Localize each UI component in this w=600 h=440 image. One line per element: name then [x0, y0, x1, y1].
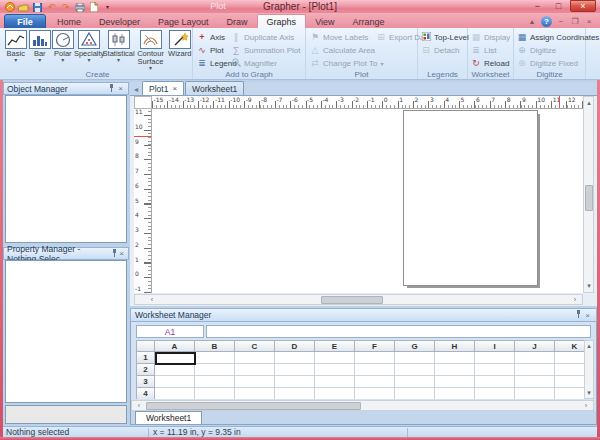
calculate-area-button[interactable]: △ Calculate Area [310, 44, 375, 56]
tab-scroll-left-icon[interactable]: ◂ [130, 83, 142, 95]
reload-button[interactable]: ↻ Reload [471, 57, 509, 69]
specialty-button[interactable]: Specialty ▾ [75, 30, 104, 63]
column-header-H[interactable]: H [435, 340, 475, 352]
column-header-E[interactable]: E [315, 340, 355, 352]
scrollbar-thumb[interactable] [585, 185, 593, 211]
column-header-G[interactable]: G [395, 340, 435, 352]
list-button[interactable]: ≣ List [471, 44, 496, 56]
tab-home[interactable]: Home [48, 14, 90, 29]
close-icon[interactable]: × [116, 84, 125, 93]
document-tab-plot1[interactable]: Plot1 × [142, 81, 184, 95]
magnifier-button[interactable]: Magnifier [231, 57, 277, 69]
scroll-down-icon[interactable]: ▾ [584, 281, 594, 291]
statistical-button[interactable]: Statistical ▾ [104, 30, 134, 63]
digitize-button[interactable]: ⊕ Digitize [517, 44, 556, 56]
scrollbar-thumb[interactable] [146, 402, 361, 410]
close-button[interactable]: × [570, 0, 596, 12]
ribbon-collapse-icon[interactable]: ▴ [527, 17, 537, 26]
display-button[interactable]: ▦ Display [471, 31, 510, 43]
tab-view[interactable]: View [306, 14, 343, 29]
maximize-button[interactable]: □ [549, 0, 568, 12]
row-header-2[interactable]: 2 [136, 364, 155, 376]
minimize-button[interactable]: − [528, 0, 547, 12]
scrollbar-thumb[interactable] [321, 296, 383, 304]
row-header-1[interactable]: 1 [136, 352, 155, 364]
help-icon[interactable]: ? [541, 16, 552, 27]
summation-plot-button[interactable]: ∑ Summation Plot [231, 44, 300, 56]
scroll-up-icon[interactable]: ▴ [584, 98, 594, 108]
document-tab-worksheet1[interactable]: Worksheet1 [185, 81, 244, 95]
move-labels-button[interactable]: ⚑ Move Labels [310, 31, 368, 43]
doc-close-button[interactable]: × [584, 17, 594, 26]
row-header-3[interactable]: 3 [136, 376, 155, 388]
worksheet-horizontal-scrollbar[interactable]: ‹ › [131, 400, 594, 411]
property-manager-grid[interactable] [5, 260, 127, 403]
close-icon[interactable]: × [583, 311, 592, 320]
change-plot-to-button[interactable]: ⇄ Change Plot To ▾ [310, 57, 384, 69]
column-header-I[interactable]: I [475, 340, 515, 352]
tab-developer[interactable]: Developer [90, 14, 149, 29]
worksheet-cells[interactable] [155, 352, 584, 399]
worksheet1-tab[interactable]: Worksheet1 [135, 411, 202, 424]
plot-canvas[interactable] [152, 109, 583, 293]
v-ruler-number: 7 [135, 167, 139, 174]
digitize-fixed-button[interactable]: ⊛ Digitize Fixed [517, 57, 578, 69]
column-header-C[interactable]: C [235, 340, 275, 352]
column-header-B[interactable]: B [195, 340, 235, 352]
dropdown-icon: ▾ [14, 58, 17, 63]
contour-surface-button[interactable]: Contour Surface ▾ [134, 30, 168, 71]
wizard-button[interactable]: Wizard [168, 30, 193, 58]
worksheet-grid[interactable]: ABCDEFGHIJK 1234 [136, 340, 584, 399]
polar-button[interactable]: Polar ▾ [51, 30, 75, 63]
scroll-up-icon[interactable]: ▴ [584, 341, 594, 351]
column-header-K[interactable]: K [555, 340, 584, 352]
h-ruler-number: -11 [215, 96, 225, 103]
worksheet-manager-header[interactable]: Worksheet Manager × [130, 308, 597, 322]
pin-icon[interactable] [111, 249, 118, 259]
doc-minimize-button[interactable]: − [556, 17, 566, 26]
duplicate-axis-button[interactable]: ∥ Duplicate Axis [231, 31, 294, 43]
formula-bar[interactable] [206, 325, 591, 338]
scroll-right-icon[interactable]: › [570, 295, 580, 305]
scroll-down-icon[interactable]: ▾ [584, 388, 594, 398]
close-icon[interactable]: × [118, 249, 125, 258]
page-outline[interactable] [403, 110, 538, 286]
selected-cell-a1[interactable] [155, 352, 196, 365]
object-manager-tree[interactable] [5, 95, 127, 243]
object-manager-header[interactable]: Object Manager × [3, 82, 129, 95]
scroll-right-icon[interactable]: › [581, 401, 591, 411]
doc-restore-button[interactable]: ❐ [570, 17, 580, 26]
select-all-corner[interactable] [136, 340, 155, 352]
close-tab-icon[interactable]: × [172, 84, 177, 93]
v-ruler-number: 5 [135, 197, 139, 204]
plot-button[interactable]: ∿ Plot [197, 44, 224, 56]
canvas-horizontal-scrollbar[interactable]: ‹ › [134, 294, 583, 305]
worksheet-vertical-scrollbar[interactable]: ▴ ▾ [584, 340, 594, 399]
top-level-button[interactable]: Top-Level [421, 31, 469, 43]
column-header-F[interactable]: F [355, 340, 395, 352]
row-header-4[interactable]: 4 [136, 388, 155, 399]
column-header-A[interactable]: A [155, 340, 195, 352]
tab-arrange[interactable]: Arrange [343, 14, 393, 29]
assign-coordinates-button[interactable]: ▦ Assign Coordinates [517, 31, 599, 43]
basic-button[interactable]: Basic ▾ [3, 30, 28, 63]
column-header-J[interactable]: J [515, 340, 555, 352]
calculate-area-icon: △ [310, 45, 320, 55]
move-labels-icon: ⚑ [310, 32, 320, 42]
tab-graphs[interactable]: Graphs [257, 14, 307, 29]
detach-button[interactable]: ⊟ Detach [421, 44, 459, 56]
cell-name-box[interactable]: A1 [136, 325, 204, 338]
pin-icon[interactable] [574, 310, 583, 320]
scroll-left-icon[interactable]: ‹ [134, 401, 144, 411]
tab-page-layout[interactable]: Page Layout [149, 14, 218, 29]
pin-icon[interactable] [107, 84, 116, 94]
file-menu-button[interactable]: File [4, 14, 46, 29]
scroll-left-icon[interactable]: ‹ [147, 295, 157, 305]
v-ruler-number: 0 [135, 270, 139, 277]
bar-button[interactable]: Bar ▾ [28, 30, 51, 63]
column-header-D[interactable]: D [275, 340, 315, 352]
property-manager-header[interactable]: Property Manager - Nothing Selec... × [3, 247, 129, 260]
canvas-vertical-scrollbar[interactable]: ▴ ▾ [583, 96, 594, 293]
axis-button[interactable]: + Axis [197, 31, 225, 43]
tab-draw[interactable]: Draw [218, 14, 257, 29]
